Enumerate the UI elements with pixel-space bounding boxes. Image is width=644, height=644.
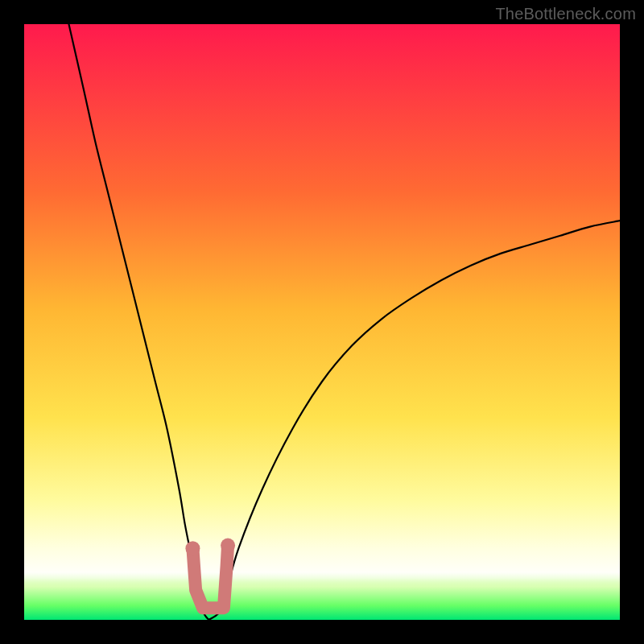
green-band xyxy=(24,572,620,620)
chart-stage: TheBottleneck.com xyxy=(0,0,644,644)
plot-area xyxy=(24,24,620,620)
background-gradient xyxy=(24,24,620,620)
watermark-text: TheBottleneck.com xyxy=(495,5,636,23)
